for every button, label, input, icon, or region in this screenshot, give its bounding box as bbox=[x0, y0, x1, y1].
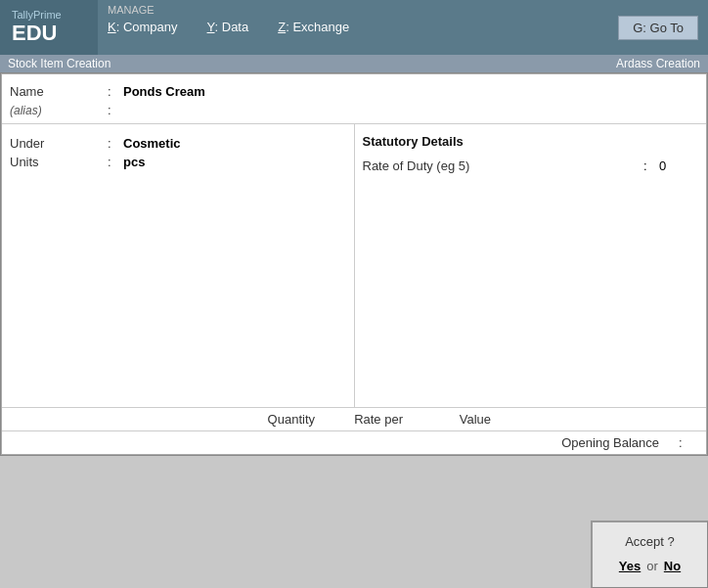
alias-label: (alias) bbox=[10, 104, 108, 117]
main-content: Name : Ponds Cream (alias) : Under : Cos… bbox=[1, 73, 707, 455]
col-value: Value bbox=[422, 412, 491, 427]
statutory-title: Statutory Details bbox=[363, 134, 699, 149]
accept-dialog: Accept ? Yes or No bbox=[591, 520, 708, 588]
duty-value[interactable]: 0 bbox=[659, 158, 698, 173]
opening-balance-label: Opening Balance bbox=[10, 435, 679, 450]
units-value[interactable]: pcs bbox=[123, 155, 145, 169]
logo-edu: EDU bbox=[12, 21, 86, 46]
goto-button[interactable]: G: Go To bbox=[618, 16, 698, 40]
right-panel: Statutory Details Rate of Duty (eg 5) : … bbox=[355, 124, 707, 407]
accept-yes-button[interactable]: Yes bbox=[619, 559, 641, 573]
under-value[interactable]: Cosmetic bbox=[123, 136, 181, 151]
units-label: Units bbox=[10, 155, 108, 169]
opening-balance-row: Opening Balance : bbox=[2, 431, 706, 454]
sub-header-left: Stock Item Creation bbox=[8, 57, 111, 70]
nav-company[interactable]: K: Company bbox=[108, 20, 178, 34]
accept-or-label: or bbox=[646, 559, 658, 573]
bottom-section: Quantity Rate per Value Opening Balance … bbox=[2, 408, 706, 454]
accept-title: Accept ? bbox=[602, 534, 697, 549]
duty-row: Rate of Duty (eg 5) : 0 bbox=[363, 157, 699, 175]
name-row: Name : Ponds Cream bbox=[10, 82, 698, 101]
middle-section: Under : Cosmetic Units : pcs Statutory D… bbox=[2, 124, 706, 408]
manage-label: MANAGE bbox=[108, 4, 608, 16]
name-section: Name : Ponds Cream (alias) : bbox=[2, 74, 706, 124]
accept-no-button[interactable]: No bbox=[664, 559, 681, 573]
form-wrapper: Name : Ponds Cream (alias) : Under : Cos… bbox=[0, 72, 708, 456]
sub-header: Stock Item Creation Ardass Creation bbox=[0, 55, 708, 72]
sub-header-right: Ardass Creation bbox=[616, 57, 700, 70]
name-value[interactable]: Ponds Cream bbox=[123, 84, 205, 99]
nav-section: MANAGE K: Company Y: Data Z: Exchange bbox=[98, 0, 618, 55]
bottom-header-row: Quantity Rate per Value bbox=[2, 408, 706, 431]
units-row: Units : pcs bbox=[10, 153, 346, 171]
top-bar: TallyPrime EDU MANAGE K: Company Y: Data… bbox=[0, 0, 708, 55]
alias-row: (alias) : bbox=[10, 101, 698, 119]
nav-items: K: Company Y: Data Z: Exchange bbox=[108, 20, 608, 34]
col-rate: Rate per bbox=[334, 412, 403, 427]
logo-tally: TallyPrime bbox=[12, 9, 86, 21]
under-label: Under bbox=[10, 136, 108, 151]
left-panel: Under : Cosmetic Units : pcs bbox=[2, 124, 355, 407]
name-label: Name bbox=[10, 84, 108, 99]
logo-section: TallyPrime EDU bbox=[0, 0, 98, 55]
nav-exchange[interactable]: Z: Exchange bbox=[278, 20, 349, 34]
nav-data[interactable]: Y: Data bbox=[207, 20, 249, 34]
accept-options: Yes or No bbox=[602, 559, 697, 573]
col-quantity: Quantity bbox=[246, 412, 315, 427]
under-row: Under : Cosmetic bbox=[10, 134, 346, 153]
duty-label: Rate of Duty (eg 5) bbox=[363, 158, 644, 173]
opening-balance-colon: : bbox=[679, 435, 698, 450]
